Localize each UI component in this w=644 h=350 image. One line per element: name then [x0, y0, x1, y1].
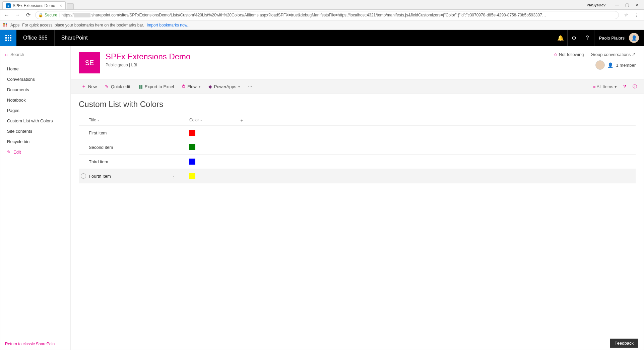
nav-item-notebook[interactable]: Notebook — [0, 95, 70, 105]
quick-edit-button[interactable]: ✎Quick edit — [101, 84, 134, 89]
not-following-link[interactable]: ☆Not following — [554, 52, 584, 57]
browser-tab[interactable]: S SPFx Extensions Demo - × — [2, 1, 66, 9]
bookmark-star-icon[interactable]: ☆ — [624, 12, 628, 17]
browser-tab-bar: S SPFx Extensions Demo - × PiaSysDev — ▢… — [0, 0, 644, 10]
add-column-button[interactable]: ＋ — [240, 118, 244, 123]
maximize-icon[interactable]: ▢ — [625, 2, 629, 7]
window-label: PiaSysDev — [587, 3, 605, 7]
excel-icon: ▦ — [138, 84, 143, 89]
list-title: Custom List with Colors — [79, 100, 636, 109]
site-title[interactable]: SPFx Extensions Demo — [106, 52, 190, 61]
secure-badge: 🔒 Secure — [38, 13, 57, 17]
bookmark-hint: For quick access, place your bookmarks h… — [22, 23, 144, 27]
cell-title: Third item — [89, 159, 189, 164]
color-swatch — [189, 159, 195, 165]
browser-menu-icon[interactable]: ⋮ — [632, 12, 641, 18]
cell-title: Second item — [89, 145, 189, 150]
more-actions-button[interactable]: ⋯ — [244, 84, 256, 89]
user-name: Paolo Pialorsi — [599, 36, 626, 41]
site-subtitle: Public group | LBI — [106, 63, 190, 67]
suite-bar: Office 365 SharePoint 🔔 ⚙ ? Paolo Pialor… — [0, 30, 644, 46]
row-select-circle[interactable] — [81, 173, 86, 179]
column-header-color[interactable]: Color▾ — [189, 118, 240, 123]
site-logo[interactable]: SE — [79, 52, 100, 73]
list-row[interactable]: First item — [79, 125, 636, 140]
color-swatch — [189, 130, 195, 136]
return-classic-link[interactable]: Return to classic SharePoint — [5, 342, 56, 346]
row-more-icon[interactable]: ⋮ — [172, 174, 176, 179]
nav-edit-link[interactable]: ✎Edit — [0, 147, 70, 157]
tab-title: SPFx Extensions Demo - — [13, 3, 58, 8]
list-table: Title▾ Color▾ ＋ First item Second item T… — [79, 116, 636, 183]
user-menu[interactable]: Paolo Pialorsi 👤 — [594, 30, 644, 46]
new-button[interactable]: ＋New — [77, 83, 101, 90]
plus-icon: ＋ — [81, 83, 86, 90]
powerapps-button[interactable]: ◆PowerApps▾ — [204, 84, 244, 89]
chevron-down-icon: ▾ — [238, 85, 240, 89]
list-row[interactable]: Second item — [79, 140, 636, 154]
apps-icon[interactable] — [3, 23, 8, 27]
site-header: SE SPFx Extensions Demo Public group | L… — [71, 46, 644, 79]
gear-icon: ⚙ — [572, 35, 576, 41]
apps-label[interactable]: Apps — [10, 23, 19, 27]
export-excel-button[interactable]: ▦Export to Excel — [134, 84, 178, 89]
suite-brand[interactable]: Office 365 — [16, 35, 54, 41]
nav-item-recycle-bin[interactable]: Recycle bin — [0, 136, 70, 147]
import-bookmarks-link[interactable]: Import bookmarks now... — [147, 23, 191, 27]
list-row[interactable]: Third item — [79, 154, 636, 169]
person-icon: 👤 — [607, 62, 613, 68]
pencil-icon: ✎ — [7, 150, 11, 155]
nav-item-site-contents[interactable]: Site contents — [0, 126, 70, 136]
ellipsis-icon: ⋯ — [248, 84, 252, 89]
nav-item-documents[interactable]: Documents — [0, 84, 70, 95]
pencil-icon: ✎ — [105, 84, 109, 89]
color-swatch — [189, 144, 195, 150]
list-row[interactable]: Fourth item⋮ — [79, 169, 636, 183]
reload-button[interactable]: ⟳ — [24, 12, 32, 18]
help-button[interactable]: ? — [581, 30, 594, 46]
new-tab-button[interactable] — [67, 3, 74, 9]
notifications-button[interactable]: 🔔 — [554, 30, 567, 46]
bell-icon: 🔔 — [557, 35, 564, 41]
nav-item-home[interactable]: Home — [0, 64, 70, 74]
info-button[interactable]: ⓘ — [633, 83, 637, 90]
member-avatar — [595, 60, 605, 70]
settings-button[interactable]: ⚙ — [567, 30, 581, 46]
search-placeholder: Search — [10, 52, 24, 57]
view-selector[interactable]: ≡ All Items ▾ — [593, 84, 617, 89]
search-icon: ⌕ — [5, 52, 8, 57]
redacted-host: xxxxx — [74, 13, 90, 17]
filter-button[interactable]: ⧩ — [623, 84, 627, 89]
flow-button[interactable]: ⥁Flow▾ — [178, 84, 204, 89]
minimize-icon[interactable]: — — [615, 2, 619, 7]
forward-button[interactable]: → — [14, 12, 21, 18]
waffle-icon — [5, 35, 11, 41]
nav-item-conversations[interactable]: Conversations — [0, 74, 70, 84]
lock-icon: 🔒 — [38, 13, 43, 17]
close-window-icon[interactable]: ✕ — [635, 2, 639, 7]
sharepoint-favicon: S — [6, 3, 11, 8]
color-swatch — [189, 173, 195, 179]
left-nav: ⌕ Search Home Conversations Documents No… — [0, 46, 71, 350]
help-icon: ? — [586, 35, 589, 41]
url-input[interactable]: 🔒 Secure | https:// xxxxx .sharepoint.co… — [35, 11, 619, 19]
nav-item-pages[interactable]: Pages — [0, 105, 70, 116]
close-tab-icon[interactable]: × — [60, 3, 62, 8]
group-conversations-link[interactable]: Group conversations ↗ — [590, 52, 636, 57]
user-avatar: 👤 — [629, 33, 639, 43]
nav-item-custom-list[interactable]: Custom List with Colors — [0, 116, 70, 126]
back-button[interactable]: ← — [3, 12, 10, 18]
chevron-down-icon: ▾ — [199, 85, 200, 89]
app-launcher-button[interactable] — [0, 30, 16, 46]
column-header-title[interactable]: Title▾ — [89, 118, 189, 123]
bookmark-bar: Apps For quick access, place your bookma… — [0, 20, 644, 30]
feedback-button[interactable]: Feedback — [610, 339, 638, 348]
search-box[interactable]: ⌕ Search — [0, 50, 70, 59]
chevron-down-icon: ▾ — [615, 84, 617, 89]
members-link[interactable]: 👤 1 member — [595, 60, 636, 70]
chevron-down-icon: ▾ — [200, 119, 202, 122]
flow-icon: ⥁ — [182, 84, 185, 89]
powerapps-icon: ◆ — [208, 84, 212, 89]
suite-app-name[interactable]: SharePoint — [54, 30, 94, 46]
address-bar: ← → ⟳ 🔒 Secure | https:// xxxxx .sharepo… — [0, 10, 644, 20]
